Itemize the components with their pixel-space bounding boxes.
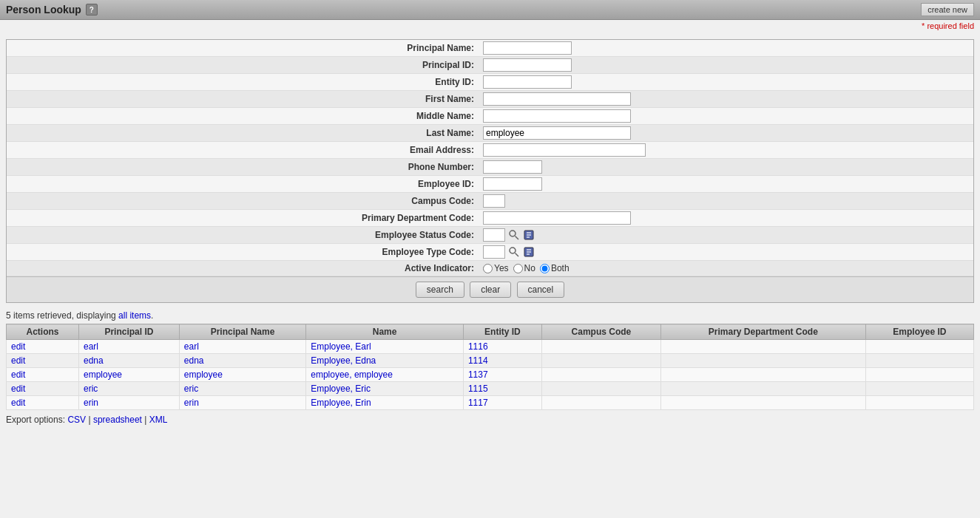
emp-type-row: Employee Type Code: (7, 244, 973, 261)
entity-id-link[interactable]: 1115 (468, 384, 488, 394)
principal-id-link[interactable]: eric (84, 384, 98, 394)
all-items-link[interactable]: all items (118, 310, 151, 321)
col-sort-entity-id[interactable]: Entity ID (484, 327, 521, 337)
name-link[interactable]: employee, employee (311, 369, 393, 380)
cell-entity-id: 1137 (463, 368, 541, 382)
campus-code-input[interactable] (483, 194, 505, 208)
active-both-label[interactable]: Both (540, 263, 570, 273)
middle-name-label: Middle Name: (7, 109, 480, 123)
principal-id-link[interactable]: edna (84, 355, 104, 366)
table-row: edit erin erin Employee, Erin 1117 (7, 396, 974, 410)
first-name-input[interactable] (483, 92, 631, 106)
cell-entity-id: 1115 (463, 382, 541, 396)
primary-dept-input[interactable] (483, 211, 631, 225)
col-header-actions: Actions (7, 324, 79, 340)
col-sort-campus-code[interactable]: Campus Code (572, 327, 632, 337)
table-row: edit employee employee employee, employe… (7, 368, 974, 382)
principal-name-row: Principal Name: (7, 40, 973, 57)
col-sort-principal-id[interactable]: Principal ID (104, 327, 153, 337)
entity-id-link[interactable]: 1117 (468, 398, 488, 408)
cancel-button[interactable]: cancel (517, 282, 565, 298)
active-yes-radio[interactable] (483, 264, 493, 273)
cell-employee-id (865, 354, 973, 368)
principal-id-link[interactable]: earl (84, 341, 98, 352)
col-sort-primary-dept[interactable]: Primary Department Code (709, 327, 818, 337)
edit-link[interactable]: edit (11, 341, 25, 352)
cell-campus-code (541, 354, 660, 368)
results-summary: 5 items retrieved, displaying all items. (6, 310, 974, 321)
principal-name-link[interactable]: edna (184, 355, 204, 366)
campus-code-row: Campus Code: (7, 193, 973, 210)
principal-id-input[interactable] (483, 58, 572, 72)
col-header-campus-code: Campus Code (541, 324, 660, 340)
principal-name-link[interactable]: eric (184, 384, 198, 394)
export-csv-link[interactable]: CSV (67, 415, 86, 425)
phone-input[interactable] (483, 160, 542, 174)
middle-name-value (480, 108, 973, 124)
cell-principal-name: employee (179, 368, 305, 382)
emp-status-search-icon[interactable] (508, 229, 520, 241)
form-buttons-row: search clear cancel (7, 276, 973, 302)
active-indicator-label: Active Indicator: (7, 261, 480, 276)
help-icon[interactable]: ? (86, 4, 98, 16)
active-no-label[interactable]: No (513, 263, 535, 273)
email-row: Email Address: (7, 142, 973, 159)
edit-link[interactable]: edit (11, 369, 25, 380)
col-sort-employee-id[interactable]: Employee ID (893, 327, 946, 337)
entity-id-link[interactable]: 1114 (468, 355, 488, 366)
cell-name: Employee, Eric (306, 382, 464, 396)
emp-type-search-icon[interactable] (508, 246, 520, 258)
entity-id-link[interactable]: 1137 (468, 369, 488, 380)
principal-id-value (480, 57, 973, 73)
email-input[interactable] (483, 143, 646, 157)
cell-principal-id: eric (79, 382, 180, 396)
required-field-note: * required field (0, 20, 980, 33)
entity-id-link[interactable]: 1116 (468, 341, 488, 352)
entity-id-input[interactable] (483, 75, 572, 89)
entity-id-label: Entity ID: (7, 75, 480, 89)
clear-button[interactable]: clear (470, 282, 511, 298)
name-link[interactable]: Employee, Edna (311, 355, 376, 366)
create-new-button[interactable]: create new (921, 3, 974, 16)
principal-name-link[interactable]: erin (184, 398, 199, 408)
active-no-radio[interactable] (513, 264, 523, 273)
phone-row: Phone Number: (7, 159, 973, 176)
last-name-input[interactable] (483, 126, 631, 140)
active-yes-label[interactable]: Yes (483, 263, 509, 273)
emp-type-book-icon[interactable] (523, 246, 535, 258)
search-button[interactable]: search (416, 282, 464, 298)
name-link[interactable]: Employee, Eric (311, 384, 371, 394)
cell-principal-id: employee (79, 368, 180, 382)
principal-name-link[interactable]: earl (184, 341, 199, 352)
cell-principal-id: earl (79, 340, 180, 354)
principal-id-link[interactable]: erin (84, 398, 98, 408)
principal-name-label: Principal Name: (7, 41, 480, 55)
emp-status-input[interactable] (483, 228, 505, 242)
emp-type-input[interactable] (483, 245, 505, 259)
cell-name: employee, employee (306, 368, 464, 382)
primary-dept-label: Primary Department Code: (7, 211, 480, 225)
phone-value (480, 159, 973, 175)
export-xml-link[interactable]: XML (149, 415, 168, 425)
col-header-employee-id: Employee ID (865, 324, 973, 340)
principal-id-link[interactable]: employee (84, 369, 122, 380)
page-title: Person Lookup (6, 4, 81, 16)
name-link[interactable]: Employee, Erin (311, 398, 371, 408)
principal-name-input[interactable] (483, 41, 572, 55)
edit-link[interactable]: edit (11, 398, 25, 408)
cell-primary-dept (660, 396, 865, 410)
name-link[interactable]: Employee, Earl (311, 341, 371, 352)
emp-status-book-icon[interactable] (523, 229, 535, 241)
active-both-radio[interactable] (540, 264, 550, 273)
cell-action: edit (7, 340, 79, 354)
edit-link[interactable]: edit (11, 384, 25, 394)
cell-employee-id (865, 340, 973, 354)
edit-link[interactable]: edit (11, 355, 25, 366)
email-label: Email Address: (7, 143, 480, 157)
employee-id-input[interactable] (483, 177, 542, 191)
col-sort-name[interactable]: Name (373, 327, 397, 337)
col-sort-principal-name[interactable]: Principal Name (211, 327, 275, 337)
export-spreadsheet-link[interactable]: spreadsheet (93, 415, 142, 425)
middle-name-input[interactable] (483, 109, 631, 123)
principal-name-link[interactable]: employee (184, 369, 223, 380)
